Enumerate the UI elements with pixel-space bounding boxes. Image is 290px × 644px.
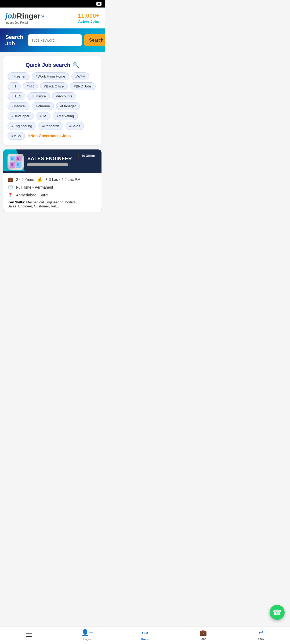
tag-it[interactable]: #IT: [8, 82, 21, 90]
briefcase-icon: 💼: [8, 177, 13, 182]
tag-research[interactable]: #Research: [38, 122, 63, 130]
tag-developer[interactable]: #Developer: [8, 112, 34, 120]
search-input[interactable]: [28, 34, 82, 46]
experience-row: 💼 2 - 5 Years 💰 ₹ 3 Lac - 4.5 Lac P.A: [8, 177, 97, 182]
salary-value: ₹ 3 Lac - 4.5 Lac P.A: [45, 177, 80, 182]
tag-fresher[interactable]: #Fresher: [8, 72, 30, 80]
tag-medical[interactable]: #Medical: [8, 102, 30, 110]
svg-rect-7: [17, 163, 19, 166]
job-type-row: 🕐 Full Time - Permanent: [8, 185, 97, 190]
tag-ites[interactable]: #ITES: [8, 92, 25, 100]
company-logo: [8, 154, 24, 170]
tag-bpo-jobs[interactable]: #BPO Jobs: [70, 82, 96, 90]
company-logo-svg: [10, 156, 21, 168]
job-card-header: SALES ENGINEER In Office: [3, 149, 102, 173]
clock-icon: 🕐: [8, 185, 13, 190]
svg-rect-5: [17, 158, 19, 160]
quick-search-section: Quick Job search 🔍 #Fresher #Work From H…: [3, 56, 102, 145]
currency-icon: 💰: [37, 177, 43, 182]
job-count-number: 11,000+: [78, 12, 99, 19]
logo-subtitle: India's Job Portal: [5, 21, 44, 24]
tag-ca[interactable]: #CA: [36, 112, 50, 120]
search-banner: SearchJob Search: [0, 28, 105, 52]
company-name-blurred: [27, 163, 68, 166]
location-row: 📍 Ahmedabad | Surat: [8, 192, 97, 197]
tag-sales[interactable]: #Sales: [66, 122, 84, 130]
tag-mba[interactable]: #MBA: [8, 132, 25, 140]
job-type-value: Full Time - Permanent: [16, 185, 53, 189]
tag-work-from-home[interactable]: #Work From Home: [32, 72, 69, 80]
battery-indicator: 88: [96, 2, 102, 6]
svg-rect-4: [11, 158, 13, 160]
tag-back-office[interactable]: #Back Office: [40, 82, 68, 90]
job-card[interactable]: SALES ENGINEER In Office 💼 2 - 5 Years 💰…: [3, 149, 102, 212]
job-count-plain: 000+: [86, 12, 99, 19]
logo-ringer: Ringer: [17, 12, 41, 20]
tag-manager[interactable]: #Manager: [56, 102, 80, 110]
svg-rect-6: [11, 163, 13, 166]
quick-search-title: Quick Job search 🔍: [8, 62, 97, 68]
tag-finance[interactable]: #Finance: [27, 92, 50, 100]
tags-container: #Fresher #Work From Home #WFH #IT #HR #B…: [8, 72, 97, 140]
job-count: 11,000+ Active Jobs: [78, 12, 99, 24]
key-skills-label: Key Skills:: [8, 200, 25, 204]
experience-value: 2 - 5 Years: [16, 177, 34, 182]
job-count-label: Active Jobs: [78, 19, 99, 24]
tag-pharma[interactable]: #Pharma: [32, 102, 54, 110]
tag-accounts[interactable]: #Accounts: [52, 92, 77, 100]
header: job Ringer » India's Job Portal 11,000+ …: [0, 8, 105, 28]
job-details: 💼 2 - 5 Years 💰 ₹ 3 Lac - 4.5 Lac P.A 🕐 …: [3, 173, 102, 212]
location-value: Ahmedabad | Surat: [16, 193, 48, 197]
job-title-area: SALES ENGINEER: [27, 156, 97, 166]
logo-container: job Ringer » India's Job Portal: [5, 12, 44, 24]
tag-engineering[interactable]: #Engineering: [8, 122, 36, 130]
location-icon: 📍: [8, 192, 13, 197]
logo-arrows: »: [41, 13, 44, 20]
tag-wfh[interactable]: #WFH: [71, 72, 89, 80]
logo-text: job Ringer »: [5, 12, 44, 20]
search-icon: 🔍: [73, 62, 79, 68]
tag-non-government-jobs[interactable]: #Non Government Jobs: [27, 132, 72, 140]
search-button[interactable]: Search: [84, 34, 105, 46]
company-logo-placeholder: [8, 154, 24, 170]
key-skills: Key Skills: Mechanical Engineering, boil…: [8, 200, 97, 208]
search-label: SearchJob: [5, 34, 26, 47]
job-title: SALES ENGINEER: [27, 156, 97, 162]
tag-marketing[interactable]: #Marketing: [53, 112, 78, 120]
tag-hr[interactable]: #HR: [23, 82, 38, 90]
logo-job: job: [5, 12, 17, 20]
status-bar: 88: [0, 0, 105, 8]
job-count-highlight: 11,: [78, 12, 86, 19]
